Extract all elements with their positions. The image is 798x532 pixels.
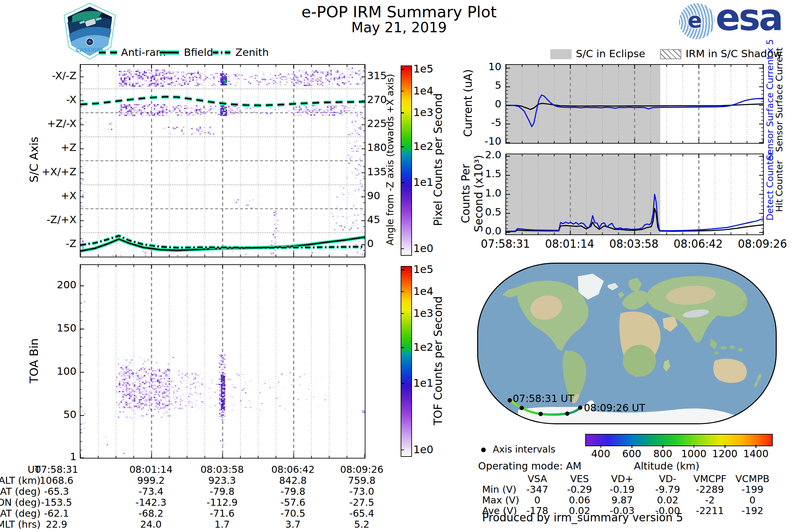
colorbar-tick-label: 1e1 [413, 176, 433, 189]
counts-right-label-blue: Detect Counter [765, 152, 775, 221]
counts-ytick-label: 2.0 [472, 149, 501, 161]
sc-category-label: -X [10, 94, 76, 106]
altitude-colorbar-label: Altitude (km) [634, 460, 700, 472]
ephem-cell: -70.5 [260, 508, 326, 519]
voltage-cell: -199 [719, 484, 786, 495]
ephem-cell: -73.4 [118, 486, 184, 497]
current-ytick-label: -5 [472, 117, 501, 129]
toa-tick-label: 100 [10, 365, 76, 377]
current-right-label-black: Sensor Surface Current [774, 48, 784, 152]
angle-tick-label: 270 [367, 94, 387, 106]
time-tick-label: 08:09:26 [729, 238, 796, 250]
colorbar-tick [401, 291, 404, 292]
sc-axis-spectrogram [80, 64, 365, 258]
angle-tick-label: 90 [367, 190, 380, 202]
alt-tick-label: 1400 [723, 448, 789, 460]
current-ytick-label: 5 [472, 79, 501, 92]
voltage-cell: 0 [719, 495, 786, 506]
legend-eclipse-label: S/C in Eclipse [576, 48, 645, 60]
alt-colorbar-tick [724, 445, 725, 448]
legend-zenith-label: Zenith [235, 46, 269, 58]
ephem-cell: 08:01:14 [118, 464, 184, 475]
counts-right-label-black: Hit Counter [774, 160, 784, 212]
sc-category-label: +X [10, 190, 76, 202]
angle-tick-label: 315 [367, 70, 387, 82]
altitude-colorbar [585, 434, 773, 446]
time-tick-label: 08:03:58 [601, 238, 667, 250]
track-start-label: 07:58:31 UT [513, 393, 574, 405]
ephem-cell: 08:09:26 [328, 464, 395, 475]
sc-category-label: -Z [10, 238, 76, 250]
colorbar-tick [401, 182, 404, 183]
ephem-cell: -57.6 [260, 497, 326, 508]
colorbar-tick [401, 146, 404, 147]
esa-wordmark: esa [716, 0, 782, 39]
colorbar-tick-label: 1e2 [413, 140, 433, 153]
ephem-cell: -65.3 [23, 486, 90, 497]
ephem-cell: -68.2 [118, 508, 184, 519]
pixel-colorbar-label: Pixel Counts per Second [432, 93, 444, 226]
colorbar-tick-label: 1e5 [413, 63, 433, 75]
axis-interval-dot-icon [481, 448, 486, 452]
ephem-cell: 1068.6 [23, 475, 90, 486]
ephem-cell: -62.1 [23, 508, 90, 519]
ephem-cell: -27.5 [328, 497, 395, 508]
ephem-cell: 842.8 [260, 475, 326, 486]
time-tick-label: 07:58:31 [472, 238, 539, 250]
current-plot [506, 64, 764, 144]
sc-category-label: -Z/+X [10, 214, 76, 226]
ephem-cell: -79.8 [260, 486, 326, 497]
toa-tick-label: 1 [10, 451, 76, 463]
colorbar-tick [401, 91, 404, 92]
colorbar-tick-label: 1e0 [413, 443, 433, 456]
ephem-cell: -73.0 [328, 486, 395, 497]
eclipse-swatch-icon [550, 49, 572, 59]
voltage-col-header: VCMPB [719, 474, 786, 484]
time-tick-label: 08:06:42 [665, 238, 732, 250]
time-tick-label: 08:01:14 [536, 238, 603, 250]
tof-colorbar-label: TOF Counts per Second [432, 296, 444, 425]
track-end-label: 08:09:26 UT [584, 402, 645, 414]
ephem-cell: -79.8 [189, 486, 255, 497]
sc-category-label: -X/-Z [10, 70, 76, 82]
ephem-cell: -153.5 [23, 497, 90, 508]
ephem-cell: -142.3 [118, 497, 184, 508]
alt-colorbar-tick [694, 445, 695, 448]
shadow-swatch-icon [660, 49, 681, 59]
toa-tick-label: 150 [10, 322, 76, 334]
esa-logo: e esa [678, 2, 795, 43]
ephem-cell: 08:03:58 [189, 464, 255, 475]
alt-colorbar-tick [631, 445, 632, 448]
colorbar-tick [401, 347, 404, 348]
legend-bfield-label: Bfield [184, 46, 213, 58]
colorbar-tick-label: 1e1 [413, 377, 433, 390]
colorbar-tick-label: 1e2 [413, 341, 433, 354]
operating-mode-label: Operating mode: AM [478, 460, 582, 472]
esa-globe-e-icon: e [688, 8, 702, 33]
toa-tick-label: 200 [10, 279, 76, 291]
angle-tick-label: 45 [367, 214, 380, 226]
ephem-cell: -65.4 [328, 508, 395, 519]
alt-colorbar-tick [756, 445, 757, 448]
angle-tick-label: 135 [367, 166, 387, 178]
counts-ytick-label: 1.0 [472, 187, 501, 199]
ephem-cell: 07:58:31 [23, 464, 90, 475]
sc-category-label: +Z [10, 141, 76, 154]
counts-ytick-label: 0.0 [472, 225, 501, 237]
colorbar-tick-label: 1e5 [413, 263, 433, 276]
toa-spectrogram [80, 264, 365, 458]
colorbar-tick [401, 248, 404, 249]
tof-colorbar [401, 266, 412, 457]
counts-ytick-label: 0.5 [472, 206, 501, 218]
counts-ytick-label: 1.5 [472, 168, 501, 180]
ephem-cell: 3.7 [260, 519, 326, 530]
current-ytick-label: 10 [472, 61, 501, 73]
colorbar-tick-label: 1e4 [413, 85, 433, 97]
ephem-cell: -71.6 [189, 508, 255, 519]
counts-plot [506, 154, 764, 235]
sc-category-label: +X/+Z [10, 166, 76, 178]
counts-ylabel-line1: Counts Per [459, 155, 472, 232]
antiram-line-icon [98, 50, 119, 55]
ephem-cell: 1.7 [189, 519, 255, 530]
sc-category-label: +Z/-X [10, 118, 76, 130]
